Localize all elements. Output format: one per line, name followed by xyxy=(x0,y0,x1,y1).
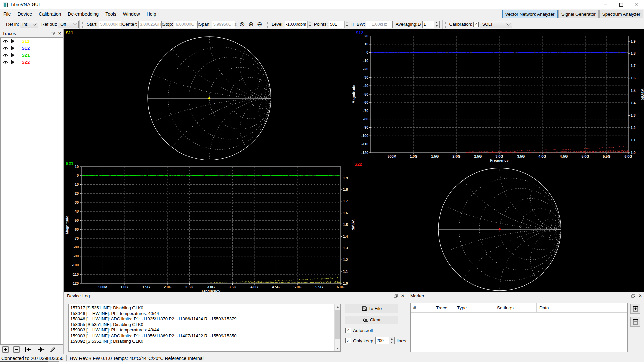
s22-smith-chart[interactable]: S22 xyxy=(345,160,644,291)
spin-down-icon xyxy=(308,24,313,28)
menu-calibration[interactable]: Calibration xyxy=(35,9,64,19)
zoom-out-icon[interactable]: ⊖ xyxy=(255,20,264,29)
clear-log-button[interactable]: Clear xyxy=(345,316,398,324)
toolbar-drag-handle[interactable] xyxy=(2,21,3,28)
edit-trace-button[interactable] xyxy=(48,345,57,353)
autoscroll-checkbox[interactable]: ✓ xyxy=(345,328,351,333)
svg-text:-90: -90 xyxy=(363,125,368,129)
toolbar-separator xyxy=(265,20,265,29)
play-icon[interactable] xyxy=(11,46,15,50)
trace-row-s12[interactable]: S12 xyxy=(1,45,63,52)
calibration-type-select[interactable]: SOLT xyxy=(480,21,512,28)
close-icon[interactable]: × xyxy=(58,31,61,36)
svg-text:-40: -40 xyxy=(363,84,368,88)
svg-text:-120: -120 xyxy=(361,150,368,155)
calibration-checkbox[interactable]: ✓ xyxy=(473,22,479,27)
menu-help[interactable]: Help xyxy=(143,9,160,19)
maximize-icon[interactable] xyxy=(613,0,629,9)
device-log-output: 157017 [SI5351,INF]: Disabling CLK0 1580… xyxy=(68,304,341,352)
play-icon[interactable] xyxy=(11,39,15,43)
svg-text:1.3: 1.3 xyxy=(343,246,348,250)
start-frequency-input[interactable]: 500.000kHz xyxy=(99,21,121,28)
zoom-reset-icon[interactable]: ⊗ xyxy=(238,20,247,29)
float-icon[interactable] xyxy=(51,32,55,35)
svg-text:2.0G: 2.0G xyxy=(164,285,172,289)
log-scrollbar[interactable] xyxy=(334,304,340,351)
svg-text:-70: -70 xyxy=(363,109,368,113)
trace-label[interactable]: S11 xyxy=(22,39,29,44)
export-trace-button[interactable] xyxy=(34,345,46,353)
svg-text:2.0G: 2.0G xyxy=(453,154,461,158)
minimize-icon[interactable] xyxy=(598,0,613,9)
scroll-down-icon[interactable] xyxy=(335,346,340,351)
visibility-eye-icon[interactable] xyxy=(3,60,8,64)
averaging-stepper[interactable]: 1 xyxy=(422,21,440,28)
trace-label[interactable]: S12 xyxy=(22,46,30,51)
menu-window[interactable]: Window xyxy=(120,9,143,19)
span-frequency-input[interactable]: 5.99950GHz xyxy=(212,21,235,28)
tab-vector-network-analyzer[interactable]: Vector Network Analyzer xyxy=(502,10,558,18)
menu-tools[interactable]: Tools xyxy=(102,9,120,19)
ifbw-input[interactable]: 1.00kHz xyxy=(366,21,393,28)
remove-trace-button[interactable] xyxy=(12,345,21,353)
visibility-eye-icon[interactable] xyxy=(3,39,8,43)
remove-marker-button[interactable] xyxy=(630,317,640,327)
toolbar-drag-handle[interactable] xyxy=(82,21,84,28)
menu-de-embedding[interactable]: De-embedding xyxy=(64,9,102,19)
svg-text:-110: -110 xyxy=(362,142,369,146)
only-keep-checkbox[interactable]: ✓ xyxy=(345,338,351,343)
connection-status: Connected to 207D398D3350 xyxy=(0,356,66,361)
float-icon[interactable] xyxy=(631,294,635,298)
only-keep-stepper[interactable]: 200 xyxy=(375,337,395,344)
s12-magnitude-plot[interactable]: 500M1.0G1.5G2.0G2.5G3.0G3.5G4.0G4.5G5.0G… xyxy=(345,29,644,160)
close-icon[interactable]: × xyxy=(401,293,404,298)
menu-file[interactable]: File xyxy=(0,9,14,19)
play-icon[interactable] xyxy=(11,60,15,64)
svg-text:1.1: 1.1 xyxy=(631,138,636,142)
play-icon[interactable] xyxy=(11,53,15,57)
visibility-eye-icon[interactable] xyxy=(3,53,8,57)
svg-text:1.0: 1.0 xyxy=(343,281,348,285)
level-stepper[interactable]: -10,00dbm xyxy=(285,21,313,28)
zoom-in-icon[interactable]: ⊕ xyxy=(247,20,255,29)
s22-trace-label: S22 xyxy=(354,162,362,167)
window-title: LibreVNA-GUI xyxy=(11,2,40,7)
visibility-eye-icon[interactable] xyxy=(3,46,8,50)
points-stepper[interactable]: 501 xyxy=(329,21,350,28)
log-line: 158046 [ HW,INF]: ADC limits: P1: -11925… xyxy=(70,316,340,322)
to-file-button[interactable]: To File xyxy=(345,304,398,313)
ref-out-label: Ref out: xyxy=(41,22,57,27)
center-frequency-input[interactable]: 3.00025GHz xyxy=(138,21,162,28)
toolbar-drag-handle[interactable] xyxy=(267,21,269,28)
svg-text:1.0G: 1.0G xyxy=(410,154,418,158)
add-marker-button[interactable] xyxy=(630,304,640,314)
trace-row-s21[interactable]: S21 xyxy=(1,52,63,59)
ref-in-select[interactable]: Int xyxy=(20,21,38,28)
ref-out-select[interactable]: Off xyxy=(58,21,79,28)
trace-row-s11[interactable]: S11 xyxy=(1,38,63,45)
tab-spectrum-analyzer[interactable]: Spectrum Analyzer xyxy=(599,10,643,18)
trace-row-s22[interactable]: S22 xyxy=(1,59,63,66)
s21-magnitude-plot[interactable]: 500M1.0G1.5G2.0G2.5G3.0G3.5G4.0G4.5G5.0G… xyxy=(64,160,345,292)
stop-frequency-input[interactable]: 6.00000GHz xyxy=(174,21,198,28)
marker-title: Marker xyxy=(410,293,424,298)
tab-signal-generator[interactable]: Signal Generator xyxy=(558,10,599,18)
add-trace-button[interactable] xyxy=(1,345,10,353)
trace-toolbar xyxy=(1,345,57,353)
level-label: Level: xyxy=(272,22,284,27)
svg-text:-70: -70 xyxy=(74,236,79,240)
import-trace-button[interactable] xyxy=(23,345,32,353)
float-icon[interactable] xyxy=(394,294,398,298)
toolbar-drag-handle[interactable] xyxy=(445,21,446,28)
trace-label[interactable]: S22 xyxy=(22,60,30,65)
scrollbar-thumb[interactable] xyxy=(335,310,340,339)
marker-table-header: # Trace Type Settings Data xyxy=(411,303,627,313)
close-icon[interactable]: × xyxy=(639,293,642,298)
s11-smith-chart[interactable]: S11 xyxy=(64,29,345,160)
menu-device[interactable]: Device xyxy=(14,9,36,19)
close-icon[interactable] xyxy=(629,0,644,9)
trace-label[interactable]: S21 xyxy=(22,53,30,58)
spin-up-icon xyxy=(308,21,313,24)
device-info-status: HW Rev.B FW 0.1.0 Temps: 40°C/44°C/20°C … xyxy=(67,356,206,361)
scroll-up-icon[interactable] xyxy=(335,304,340,310)
